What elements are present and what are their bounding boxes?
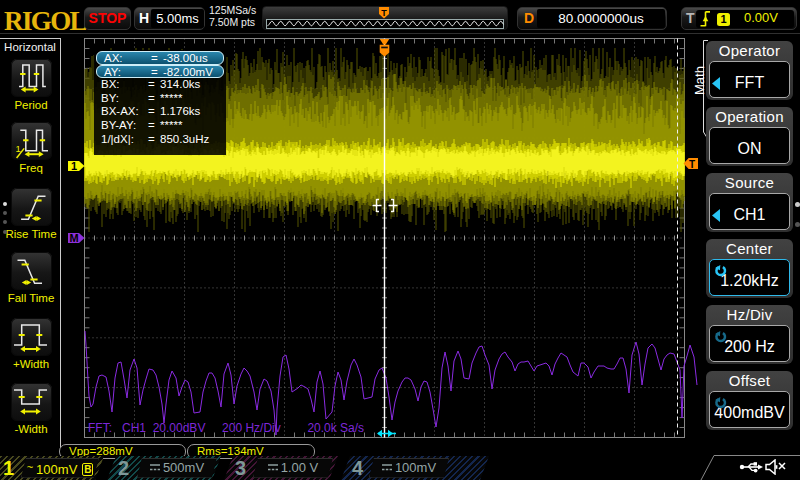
svg-text:T: T (689, 159, 695, 170)
svg-text:FFT: CH1 20.00dBV 200 H: FFT: CH1 20.00dBV 200 Hz/Div 20.0k Sa/s (88, 421, 364, 435)
svg-text:1: 1 (71, 160, 77, 172)
svg-text:M: M (69, 232, 78, 244)
svg-text:T: T (381, 8, 387, 18)
